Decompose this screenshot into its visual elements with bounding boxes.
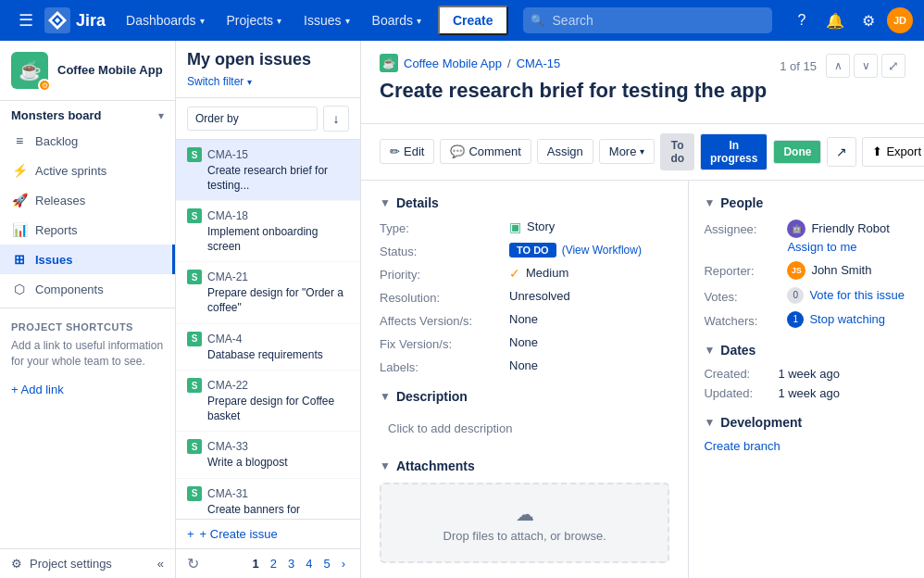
issue-type-icon: S	[187, 270, 202, 284]
reporter-avatar: JS	[787, 261, 805, 280]
more-button[interactable]: More ▾	[599, 139, 656, 164]
issue-list-item[interactable]: S CMA-18 Implement onboarding screen	[176, 201, 360, 262]
people-section-header[interactable]: ▼ People	[704, 195, 915, 210]
search-input[interactable]	[523, 7, 772, 33]
export-button[interactable]: ⬆ Export ▾	[862, 137, 924, 167]
vote-link[interactable]: Vote for this issue	[809, 288, 905, 302]
breadcrumb: ☕ Coffee Mobile App / CMA-15	[380, 54, 780, 72]
share-button[interactable]: ↗	[827, 137, 856, 167]
attachments-drop-zone[interactable]: ☁ Drop files to attach, or browse.	[380, 483, 669, 563]
nav-dashboards[interactable]: Dashboards ▾	[117, 7, 214, 33]
issue-detail-panel: ☕ Coffee Mobile App / CMA-15 Create rese…	[361, 41, 924, 578]
refresh-icon[interactable]: ↻	[187, 555, 199, 572]
project-header[interactable]: ☕ ⚙ Coffee Mobile App	[0, 41, 175, 101]
breadcrumb-issue-id[interactable]: CMA-15	[517, 57, 561, 70]
page-1[interactable]: 1	[248, 555, 262, 572]
issue-id: CMA-18	[207, 209, 248, 222]
hamburger-menu[interactable]: ☰	[11, 6, 41, 34]
attachments-section-header[interactable]: ▼ Attachments	[380, 459, 669, 473]
issue-detail-top-bar: ☕ Coffee Mobile App / CMA-15 Create rese…	[361, 41, 924, 124]
status-badge[interactable]: TO DO	[509, 243, 556, 258]
sidebar-item-backlog[interactable]: ≡ Backlog	[0, 126, 175, 156]
issue-list-item[interactable]: S CMA-21 Prepare design for "Order a cof…	[176, 262, 360, 323]
page-3[interactable]: 3	[284, 555, 298, 572]
sidebar-item-active-sprints[interactable]: ⚡ Active sprints	[0, 156, 175, 185]
page-5[interactable]: 5	[319, 555, 333, 572]
fix-label: Fix Version/s:	[380, 335, 509, 351]
description-section: ▼ Description Click to add description	[380, 389, 669, 444]
board-header[interactable]: Monsters board ▾	[0, 101, 175, 126]
detail-resolution-row: Resolution: Unresolved	[380, 289, 669, 305]
board-name: Monsters board	[11, 108, 102, 122]
issue-list-item[interactable]: S CMA-15 Create research brief for testi…	[176, 140, 360, 201]
issue-nav-counter: 1 of 15	[780, 59, 817, 73]
issue-list: S CMA-15 Create research brief for testi…	[176, 140, 360, 519]
user-avatar[interactable]: JD	[887, 7, 913, 33]
page-2[interactable]: 2	[267, 555, 281, 572]
settings-button[interactable]: ⚙	[854, 6, 883, 35]
comment-button[interactable]: 💬 Comment	[440, 139, 531, 164]
order-by-select[interactable]: Order by	[187, 107, 318, 131]
help-button[interactable]: ?	[787, 6, 817, 35]
nav-boards[interactable]: Boards ▾	[363, 7, 431, 33]
sidebar-item-reports[interactable]: 📊 Reports	[0, 215, 175, 245]
edit-button[interactable]: ✏ Edit	[380, 139, 434, 164]
issue-title: Implement onboarding screen	[187, 225, 349, 254]
detail-priority-row: Priority: ✓ Medium	[380, 266, 669, 282]
status-todo-button[interactable]: To do	[660, 133, 694, 170]
project-name: Coffee Mobile App	[57, 63, 163, 79]
switch-filter[interactable]: Switch filter ▾	[187, 75, 349, 88]
project-settings[interactable]: ⚙ Project settings «	[0, 548, 175, 578]
status-done-button[interactable]: Done	[773, 140, 821, 164]
stop-watching-link[interactable]: Stop watching	[809, 312, 885, 326]
sidebar-item-issues[interactable]: ⊞ Issues	[0, 245, 175, 274]
switch-filter-chevron: ▾	[247, 77, 252, 87]
sidebar-item-components[interactable]: ⬡ Components	[0, 274, 175, 304]
sidebar-collapse-icon[interactable]: «	[157, 557, 164, 571]
add-link-button[interactable]: + Add link	[0, 379, 175, 400]
description-section-header[interactable]: ▼ Description	[380, 389, 669, 404]
resolution-label: Resolution:	[380, 289, 509, 305]
create-branch-link[interactable]: Create branch	[704, 439, 915, 453]
assign-button[interactable]: Assign	[537, 139, 593, 164]
issue-prev-button[interactable]: ∧	[826, 54, 850, 78]
assign-to-me-link[interactable]: Assign to me	[787, 240, 915, 254]
page-4[interactable]: 4	[302, 555, 316, 572]
create-issue-button[interactable]: + + Create issue	[176, 519, 360, 548]
view-workflow-link[interactable]: (View Workflow)	[562, 244, 642, 257]
issue-list-item[interactable]: S CMA-33 Write a blogpost	[176, 432, 360, 479]
jira-logo[interactable]: Jira	[44, 7, 106, 33]
description-content[interactable]: Click to add description	[380, 413, 669, 444]
breadcrumb-project[interactable]: Coffee Mobile App	[404, 57, 502, 70]
issue-id: CMA-22	[207, 379, 248, 392]
assignee-label: Assignee:	[704, 220, 787, 236]
issue-list-item[interactable]: S CMA-31 Create banners for Facebook	[176, 479, 360, 519]
dev-section-header[interactable]: ▼ Development	[704, 415, 915, 430]
updated-value: 1 week ago	[778, 386, 840, 400]
created-row: Created: 1 week ago	[704, 367, 915, 381]
nav-projects[interactable]: Projects ▾	[218, 7, 292, 33]
edit-icon: ✏	[390, 144, 400, 158]
nav-issues[interactable]: Issues ▾	[294, 7, 358, 33]
dates-section-header[interactable]: ▼ Dates	[704, 343, 915, 358]
sort-direction-button[interactable]: ↓	[323, 106, 349, 132]
issue-list-item[interactable]: S CMA-22 Prepare design for Coffee baske…	[176, 371, 360, 432]
detail-fix-row: Fix Version/s: None	[380, 335, 669, 351]
fix-value: None	[509, 335, 669, 349]
dev-toggle-icon: ▼	[704, 416, 715, 429]
attachments-toggle-icon: ▼	[380, 459, 391, 472]
notifications-button[interactable]: 🔔	[820, 6, 850, 35]
status-inprogress-button[interactable]: In progress	[700, 133, 768, 170]
issue-next-button[interactable]: ∨	[854, 54, 878, 78]
details-section-header[interactable]: ▼ Details	[380, 195, 669, 210]
logo-text: Jira	[76, 11, 106, 31]
reporter-label: Reporter:	[704, 261, 787, 278]
issue-expand-button[interactable]: ⤢	[881, 54, 905, 78]
details-section-title: Details	[396, 195, 439, 210]
create-button[interactable]: Create	[438, 6, 508, 35]
sidebar-item-releases[interactable]: 🚀 Releases	[0, 185, 175, 215]
page-next[interactable]: ›	[338, 555, 349, 572]
type-label: Type:	[380, 220, 509, 235]
issue-list-item[interactable]: S CMA-4 Database requirements	[176, 324, 360, 371]
status-value: TO DO (View Workflow)	[509, 243, 669, 258]
